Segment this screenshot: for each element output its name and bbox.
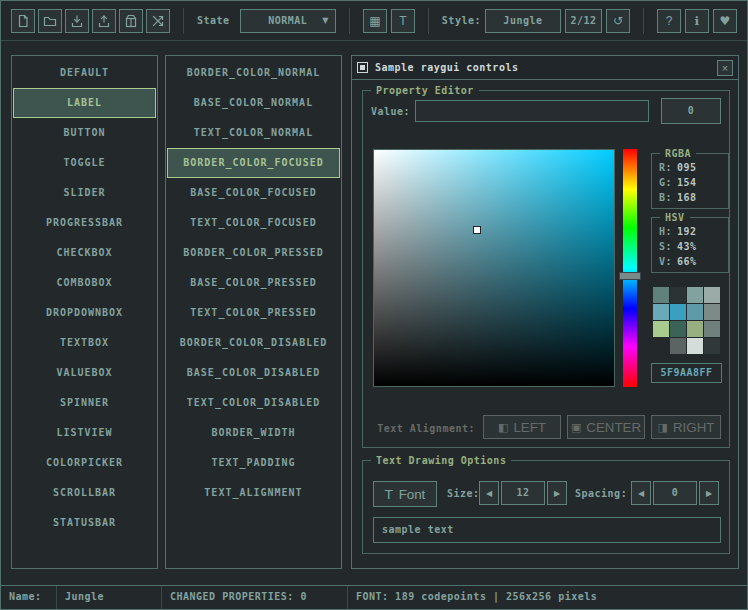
palette-swatch-8[interactable] — [653, 321, 669, 337]
palette-swatch-6[interactable] — [687, 304, 703, 320]
property-item-border_color_focused[interactable]: BORDER_COLOR_FOCUSED — [167, 148, 340, 178]
properties-list-panel: BORDER_COLOR_NORMALBASE_COLOR_NORMALTEXT… — [165, 55, 342, 569]
load-style-button[interactable] — [38, 9, 62, 33]
control-item-button[interactable]: BUTTON — [13, 118, 156, 148]
color-cursor[interactable] — [473, 226, 481, 234]
control-item-combobox[interactable]: COMBOBOX — [13, 268, 156, 298]
reload-style-button[interactable]: ↺ — [606, 9, 630, 33]
spacing-increase-button[interactable]: ▶ — [699, 481, 719, 505]
control-item-listview[interactable]: LISTVIEW — [13, 418, 156, 448]
property-item-text_alignment[interactable]: TEXT_ALIGNMENT — [167, 478, 340, 508]
pack-style-button[interactable] — [119, 9, 143, 33]
control-item-dropdownbox[interactable]: DROPDOWNBOX — [13, 298, 156, 328]
align-right-button[interactable]: ◨ RIGHT — [651, 415, 721, 439]
control-item-spinner[interactable]: SPINNER — [13, 388, 156, 418]
controls-list-panel: DEFAULTLABELBUTTONTOGGLESLIDERPROGRESSBA… — [11, 55, 158, 569]
property-item-base_color_pressed[interactable]: BASE_COLOR_PRESSED — [167, 268, 340, 298]
align-center-button[interactable]: ▣ CENTER — [567, 415, 645, 439]
rgba-row-r: R: 095 — [652, 160, 728, 175]
style-selector[interactable]: Jungle — [485, 9, 561, 33]
palette-swatch-14[interactable] — [687, 338, 703, 354]
property-editor-title: Property Editor — [371, 84, 479, 97]
spacing-valuebox[interactable]: 0 — [653, 481, 697, 505]
control-item-progressbar[interactable]: PROGRESSBAR — [13, 208, 156, 238]
font-button[interactable]: T Font — [373, 481, 437, 507]
hue-slider[interactable] — [623, 149, 637, 387]
font-editor-button[interactable]: T — [391, 9, 415, 33]
statusbar: Name: Jungle CHANGED PROPERTIES: 0 FONT:… — [1, 585, 747, 609]
control-item-toggle[interactable]: TOGGLE — [13, 148, 156, 178]
style-table-button[interactable]: ▦ — [363, 9, 387, 33]
palette-swatch-9[interactable] — [670, 321, 686, 337]
hsv-row-h: H: 192 — [652, 224, 728, 239]
text-alignment-label: Text Alignment: — [371, 423, 475, 434]
hue-slider-handle[interactable] — [619, 272, 641, 280]
property-item-text_color_normal[interactable]: TEXT_COLOR_NORMAL — [167, 118, 340, 148]
palette-swatch-1[interactable] — [670, 287, 686, 303]
control-item-colorpicker[interactable]: COLORPICKER — [13, 448, 156, 478]
property-item-border_color_pressed[interactable]: BORDER_COLOR_PRESSED — [167, 238, 340, 268]
property-item-border_width[interactable]: BORDER_WIDTH — [167, 418, 340, 448]
palette-swatch-13[interactable] — [670, 338, 686, 354]
size-increase-button[interactable]: ▶ — [547, 481, 567, 505]
palette-swatch-11[interactable] — [704, 321, 720, 337]
size-decrease-button[interactable]: ◀ — [479, 481, 499, 505]
size-label: Size: — [447, 488, 480, 499]
property-item-border_color_disabled[interactable]: BORDER_COLOR_DISABLED — [167, 328, 340, 358]
property-item-text_color_focused[interactable]: TEXT_COLOR_FOCUSED — [167, 208, 340, 238]
size-valuebox[interactable]: 12 — [501, 481, 545, 505]
palette-swatch-7[interactable] — [704, 304, 720, 320]
rguistyler-app: State NORMAL ▼ ▦ T Style: Jungle 2/12 ↺ … — [0, 0, 748, 610]
palette-swatch-3[interactable] — [704, 287, 720, 303]
folder-open-icon — [43, 14, 57, 28]
rgba-group: RGBA R: 095 G: 154 B: 168 — [651, 153, 729, 209]
control-item-label[interactable]: LABEL — [13, 88, 156, 118]
toolbar-divider — [349, 8, 350, 34]
control-item-valuebox[interactable]: VALUEBOX — [13, 358, 156, 388]
save-style-button[interactable] — [65, 9, 89, 33]
property-item-base_color_disabled[interactable]: BASE_COLOR_DISABLED — [167, 358, 340, 388]
property-item-base_color_normal[interactable]: BASE_COLOR_NORMAL — [167, 88, 340, 118]
control-item-statusbar[interactable]: STATUSBAR — [13, 508, 156, 538]
control-item-default[interactable]: DEFAULT — [13, 58, 156, 88]
palette-swatch-2[interactable] — [687, 287, 703, 303]
property-item-text_padding[interactable]: TEXT_PADDING — [167, 448, 340, 478]
close-window-button[interactable]: × — [717, 60, 733, 76]
state-dropdown[interactable]: NORMAL ▼ — [240, 9, 336, 33]
align-left-button[interactable]: ◧ LEFT — [483, 415, 561, 439]
statusbar-name-label: Name: — [1, 586, 57, 609]
saturation-value-picker[interactable] — [373, 149, 615, 387]
info-button[interactable]: ℹ — [685, 9, 709, 33]
property-item-border_color_normal[interactable]: BORDER_COLOR_NORMAL — [167, 58, 340, 88]
control-item-checkbox[interactable]: CHECKBOX — [13, 238, 156, 268]
value-label: Value: — [371, 106, 410, 117]
control-item-scrollbar[interactable]: SCROLLBAR — [13, 478, 156, 508]
control-item-textbox[interactable]: TEXTBOX — [13, 328, 156, 358]
palette-swatch-15[interactable] — [704, 338, 720, 354]
sponsor-button[interactable]: ♥ — [713, 9, 737, 33]
property-item-base_color_focused[interactable]: BASE_COLOR_FOCUSED — [167, 178, 340, 208]
controls-list: DEFAULTLABELBUTTONTOGGLESLIDERPROGRESSBA… — [13, 58, 156, 538]
palette-swatch-12[interactable] — [653, 338, 669, 354]
spacing-decrease-button[interactable]: ◀ — [631, 481, 651, 505]
style-color-palette — [653, 287, 720, 354]
palette-swatch-0[interactable] — [653, 287, 669, 303]
new-style-button[interactable] — [11, 9, 35, 33]
sample-controls-window: Sample raygui controls × Property Editor… — [351, 55, 739, 569]
property-item-text_color_disabled[interactable]: TEXT_COLOR_DISABLED — [167, 388, 340, 418]
value-number-box[interactable]: 0 — [661, 98, 721, 124]
palette-swatch-4[interactable] — [653, 304, 669, 320]
control-item-slider[interactable]: SLIDER — [13, 178, 156, 208]
hex-color-box[interactable]: 5F9AA8FF — [651, 363, 722, 383]
style-index-valuebox[interactable]: 2/12 — [565, 9, 602, 33]
palette-swatch-10[interactable] — [687, 321, 703, 337]
window-titlebar[interactable]: Sample raygui controls × — [352, 56, 738, 80]
value-input[interactable] — [415, 100, 649, 122]
property-item-text_color_pressed[interactable]: TEXT_COLOR_PRESSED — [167, 298, 340, 328]
help-button[interactable]: ? — [657, 9, 681, 33]
export-style-button[interactable] — [92, 9, 116, 33]
sample-text-input[interactable]: sample text — [373, 517, 721, 543]
properties-list: BORDER_COLOR_NORMALBASE_COLOR_NORMALTEXT… — [167, 58, 340, 508]
palette-swatch-5[interactable] — [670, 304, 686, 320]
randomize-style-button[interactable] — [146, 9, 170, 33]
